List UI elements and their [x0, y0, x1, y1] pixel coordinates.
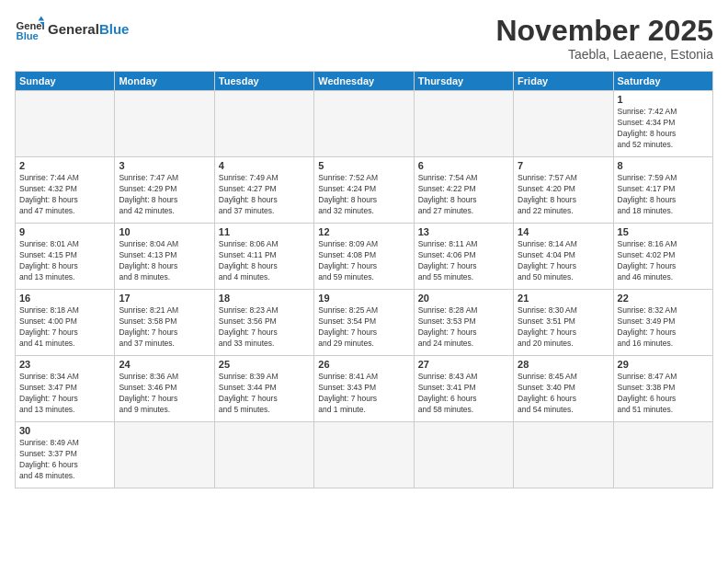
logo-icon: General Blue: [15, 15, 44, 44]
svg-marker-2: [39, 17, 44, 21]
logo-blue: Blue: [99, 21, 130, 37]
col-wednesday: Wednesday: [314, 72, 414, 91]
calendar-row-1: 1 Sunrise: 7:42 AMSunset: 4:34 PMDayligh…: [16, 91, 713, 157]
col-thursday: Thursday: [414, 72, 513, 91]
day-7: 7 Sunrise: 7:57 AMSunset: 4:20 PMDayligh…: [514, 157, 613, 224]
day-23: 23 Sunrise: 8:34 AMSunset: 3:47 PMDaylig…: [16, 356, 115, 422]
day-16: 16 Sunrise: 8:18 AMSunset: 4:00 PMDaylig…: [16, 290, 115, 356]
empty-cell: [115, 422, 214, 488]
calendar-row-4: 16 Sunrise: 8:18 AMSunset: 4:00 PMDaylig…: [16, 290, 713, 356]
logo: General Blue GeneralBlue: [15, 15, 129, 44]
title-block: November 2025 Taebla, Laeaene, Estonia: [495, 15, 713, 62]
day-9: 9 Sunrise: 8:01 AMSunset: 4:15 PMDayligh…: [16, 224, 115, 290]
empty-cell: [514, 91, 613, 157]
day-26: 26 Sunrise: 8:41 AMSunset: 3:43 PMDaylig…: [314, 356, 414, 422]
day-15: 15 Sunrise: 8:16 AMSunset: 4:02 PMDaylig…: [613, 224, 712, 290]
calendar-row-2: 2 Sunrise: 7:44 AMSunset: 4:32 PMDayligh…: [16, 157, 713, 224]
calendar-header-row: Sunday Monday Tuesday Wednesday Thursday…: [16, 72, 713, 91]
day-19: 19 Sunrise: 8:25 AMSunset: 3:54 PMDaylig…: [314, 290, 414, 356]
day-17: 17 Sunrise: 8:21 AMSunset: 3:58 PMDaylig…: [115, 290, 214, 356]
col-friday: Friday: [514, 72, 613, 91]
empty-cell: [613, 422, 712, 488]
day-12: 12 Sunrise: 8:09 AMSunset: 4:08 PMDaylig…: [314, 224, 414, 290]
location: Taebla, Laeaene, Estonia: [495, 47, 713, 62]
col-tuesday: Tuesday: [214, 72, 313, 91]
empty-cell: [314, 422, 414, 488]
calendar-table: Sunday Monday Tuesday Wednesday Thursday…: [15, 71, 713, 488]
day-2: 2 Sunrise: 7:44 AMSunset: 4:32 PMDayligh…: [16, 157, 115, 224]
empty-cell: [414, 422, 513, 488]
day-25: 25 Sunrise: 8:39 AMSunset: 3:44 PMDaylig…: [214, 356, 313, 422]
day-18: 18 Sunrise: 8:23 AMSunset: 3:56 PMDaylig…: [214, 290, 313, 356]
day-28: 28 Sunrise: 8:45 AMSunset: 3:40 PMDaylig…: [514, 356, 613, 422]
day-20: 20 Sunrise: 8:28 AMSunset: 3:53 PMDaylig…: [414, 290, 513, 356]
day-13: 13 Sunrise: 8:11 AMSunset: 4:06 PMDaylig…: [414, 224, 513, 290]
col-saturday: Saturday: [613, 72, 712, 91]
day-3: 3 Sunrise: 7:47 AMSunset: 4:29 PMDayligh…: [115, 157, 214, 224]
empty-cell: [16, 91, 115, 157]
day-14: 14 Sunrise: 8:14 AMSunset: 4:04 PMDaylig…: [514, 224, 613, 290]
day-10: 10 Sunrise: 8:04 AMSunset: 4:13 PMDaylig…: [115, 224, 214, 290]
empty-cell: [514, 422, 613, 488]
month-title: November 2025: [495, 15, 713, 47]
day-5: 5 Sunrise: 7:52 AMSunset: 4:24 PMDayligh…: [314, 157, 414, 224]
calendar-row-6: 30 Sunrise: 8:49 AMSunset: 3:37 PMDaylig…: [16, 422, 713, 488]
day-1: 1 Sunrise: 7:42 AMSunset: 4:34 PMDayligh…: [613, 91, 712, 157]
page: General Blue GeneralBlue November 2025 T…: [0, 0, 728, 563]
empty-cell: [414, 91, 513, 157]
empty-cell: [214, 422, 313, 488]
svg-text:Blue: Blue: [17, 30, 39, 41]
empty-cell: [314, 91, 414, 157]
day-4: 4 Sunrise: 7:49 AMSunset: 4:27 PMDayligh…: [214, 157, 313, 224]
day-24: 24 Sunrise: 8:36 AMSunset: 3:46 PMDaylig…: [115, 356, 214, 422]
day-29: 29 Sunrise: 8:47 AMSunset: 3:38 PMDaylig…: [613, 356, 712, 422]
day-22: 22 Sunrise: 8:32 AMSunset: 3:49 PMDaylig…: [613, 290, 712, 356]
col-sunday: Sunday: [16, 72, 115, 91]
day-27: 27 Sunrise: 8:43 AMSunset: 3:41 PMDaylig…: [414, 356, 513, 422]
logo-general: General: [48, 21, 99, 37]
calendar-row-3: 9 Sunrise: 8:01 AMSunset: 4:15 PMDayligh…: [16, 224, 713, 290]
day-21: 21 Sunrise: 8:30 AMSunset: 3:51 PMDaylig…: [514, 290, 613, 356]
calendar-row-5: 23 Sunrise: 8:34 AMSunset: 3:47 PMDaylig…: [16, 356, 713, 422]
col-monday: Monday: [115, 72, 214, 91]
svg-text:General: General: [17, 20, 44, 31]
day-11: 11 Sunrise: 8:06 AMSunset: 4:11 PMDaylig…: [214, 224, 313, 290]
day-30: 30 Sunrise: 8:49 AMSunset: 3:37 PMDaylig…: [16, 422, 115, 488]
header: General Blue GeneralBlue November 2025 T…: [15, 15, 713, 62]
empty-cell: [115, 91, 214, 157]
day-8: 8 Sunrise: 7:59 AMSunset: 4:17 PMDayligh…: [613, 157, 712, 224]
day-6: 6 Sunrise: 7:54 AMSunset: 4:22 PMDayligh…: [414, 157, 513, 224]
empty-cell: [214, 91, 313, 157]
